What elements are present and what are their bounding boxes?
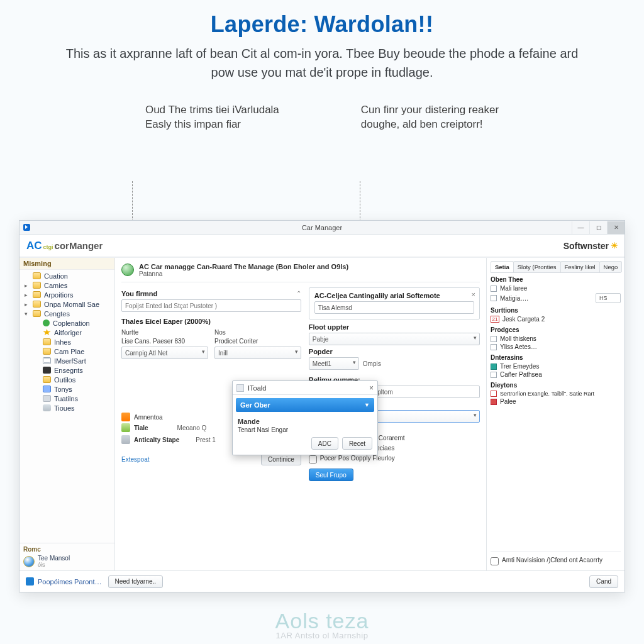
collapse-icon[interactable]: ⌃ [296, 290, 301, 297]
opt-mali-laree[interactable]: Mali laree [491, 284, 621, 292]
main-panel: AC Car managge Can-Ruard The Manage (Bon… [115, 258, 486, 570]
footer-left-link[interactable]: Poopóimes Paront… [26, 577, 102, 586]
sidebar-header: Misming [19, 258, 114, 270]
card-contingaily: × AC-Celjea Cantingalily arial Softemote [309, 287, 480, 319]
sidebar-item[interactable]: Tioues [19, 403, 114, 413]
popup-icon [236, 384, 244, 392]
sidebar-item[interactable]: Tuatilns [19, 394, 114, 403]
opt-caner[interactable]: Cañer Pathsea [491, 370, 621, 379]
green-icon [43, 319, 50, 326]
popup-adc-button[interactable]: ADC [311, 437, 338, 450]
opt-trer[interactable]: Trer Emeydes [491, 362, 621, 370]
wizard-title: AC Car managge Can-Ruard The Manage (Bon… [139, 263, 348, 270]
tab-sloty-pronties[interactable]: Sloty (Pronties [513, 261, 561, 272]
sidebar-tree: Cuation▸Camies▸Arpoitiors▸Onpa Momall Sa… [19, 270, 114, 543]
star-icon [43, 329, 51, 336]
opt-palee[interactable]: Palee [491, 397, 621, 406]
right-panel: SetiaSloty (ProntiesFesliny likelNego Ob… [486, 258, 625, 570]
inill-select[interactable]: Inill [214, 347, 301, 359]
window-title: Car Manager [19, 224, 625, 231]
label-col-nos: Nos [214, 329, 301, 336]
save-button[interactable]: Seul Frupo [309, 469, 353, 481]
wizard-icon [121, 264, 134, 276]
firmnd-input[interactable] [121, 299, 301, 312]
group-surttions: Surttions [491, 307, 621, 314]
folder-icon [33, 272, 41, 279]
popder-select[interactable]: Meetl1 [309, 357, 359, 370]
tab-fesliny-likel[interactable]: Fesliny likel [560, 261, 600, 272]
sidebar-item[interactable]: ▸Camies [19, 280, 114, 290]
cancel-button[interactable]: Cand [589, 575, 618, 588]
label-floot: Floot uppter [309, 323, 480, 331]
sun-icon: ☀ [611, 241, 618, 250]
card-title: AC-Celjea Cantingalily arial Softemote [314, 292, 474, 299]
value-col-nos: Prodicet Coriter [214, 338, 301, 345]
popup-close-icon[interactable]: × [369, 384, 374, 392]
card-sub-input[interactable] [314, 301, 474, 314]
group-dieytons: Dieytons [491, 382, 621, 389]
sidebar-item[interactable]: Ensegnts [19, 365, 114, 375]
app-window: Car Manager — ◻ ✕ AC ctgi corManger Soft… [19, 220, 625, 592]
group-oben-thee: Oben Thee [491, 276, 621, 283]
info-icon [26, 577, 34, 586]
popder-opt-label: Ompis [363, 360, 381, 367]
chk-amti-nav[interactable]: Amti Navisision /)Cfend ont Acaorrty [491, 557, 621, 565]
value-col-name: Lise Cans. Paeser 830 [121, 338, 208, 345]
dark-icon [43, 367, 51, 374]
sidebar-item[interactable]: Tonys [19, 384, 114, 394]
popup-titlebar: IToald × [233, 381, 377, 395]
sidebar-item[interactable]: Cam Plae [19, 347, 114, 356]
need-button[interactable]: Need tdyarne.. [108, 575, 164, 588]
tool-icon [121, 435, 130, 444]
rss-icon [121, 413, 130, 421]
sidebar-item[interactable]: Aitforiger [19, 328, 114, 337]
close-icon[interactable]: × [472, 291, 475, 298]
sidebar-item[interactable]: IMserfSart [19, 356, 114, 365]
gray-icon [43, 395, 51, 402]
sidebar-item[interactable]: ▾Cengtes [19, 309, 114, 318]
sidebar: Misming Cuation▸Camies▸Arpoitiors▸Onpa M… [19, 258, 115, 570]
sidebar-item[interactable]: ▸Arpoitiors [19, 290, 114, 299]
folder-icon [43, 338, 51, 345]
sidebar-item[interactable]: Coplenation [19, 318, 114, 328]
label-popder: Popder [309, 348, 480, 355]
titlebar: Car Manager — ◻ ✕ [19, 221, 625, 235]
extespoat-link[interactable]: Extespoat [121, 456, 149, 463]
folder-icon [33, 301, 41, 308]
popup-dropdown[interactable]: Ger Ober [236, 398, 374, 412]
opt-moll[interactable]: Moll thiskens [491, 335, 621, 343]
folder-icon [33, 291, 41, 298]
opt-matigia[interactable]: Matigia…. [491, 292, 621, 304]
group-dnterasins: Dnterasins [491, 354, 621, 361]
page-icon [43, 357, 51, 364]
sidebar-item[interactable]: ▸Onpa Momall Sae [19, 299, 114, 309]
group-prodgces: Prodgces [491, 326, 621, 333]
sidebar-lower-item[interactable]: Tee Mansol óis [23, 555, 111, 568]
watermark: Aols teza 1AR Antsto ol Marnship [0, 609, 644, 640]
opt-sertrorlion[interactable]: Sertrorlion Exangle. Taibll". Satie Rart [491, 390, 621, 397]
sidebar-item[interactable]: Outilos [19, 375, 114, 384]
popup-reset-button[interactable]: Recet [342, 437, 372, 450]
opt-jesk[interactable]: 21Jesk Cargeta 2 [491, 315, 621, 323]
right-panel-tabs: SetiaSloty (ProntiesFesliny likelNego [491, 261, 621, 273]
tab-setia[interactable]: Setia [491, 261, 514, 272]
tab-nego[interactable]: Nego [599, 261, 623, 272]
sidebar-item[interactable]: Cuation [19, 271, 114, 280]
globe-icon [23, 556, 35, 567]
wizard-header: AC Car managge Can-Ruard The Manage (Bon… [121, 263, 480, 282]
cyl-icon [43, 404, 51, 411]
callout-right: Cun finr your distering reaker doughe, a… [361, 103, 499, 132]
popup-section-sub: Tenart Nasi Engar [238, 426, 372, 433]
matigia-input[interactable] [596, 293, 621, 303]
label-col-name: Nurtte [121, 329, 208, 336]
wizard-subtitle: Patanna [139, 270, 348, 277]
vendor-logo: Softwnster☀ [564, 241, 618, 251]
callout-left: Oud The trims tiei iVarludala Easly this… [145, 103, 279, 132]
compnig-select[interactable]: Carnpig Atl Net [121, 347, 208, 359]
popup-section-header: Mande [238, 418, 372, 425]
floot-select[interactable]: Pabje [309, 333, 480, 345]
brand-bar: AC ctgi corManger Softwnster☀ [19, 235, 625, 257]
chk-pocer[interactable]: Pocer Pos Oopply Fleurloy [309, 455, 480, 464]
opt-yliss[interactable]: Yliss Aetes… [491, 343, 621, 351]
sidebar-item[interactable]: Inhes [19, 337, 114, 347]
